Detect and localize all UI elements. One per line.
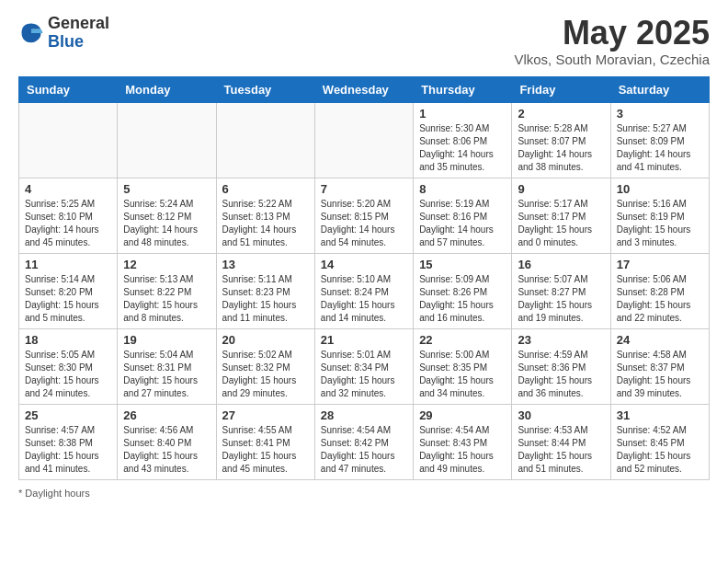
column-header-monday: Monday <box>118 76 216 102</box>
day-number: 15 <box>419 258 506 271</box>
day-info: Sunrise: 4:53 AM Sunset: 8:44 PM Dayligh… <box>518 424 604 476</box>
daylight-label: Daylight hours <box>25 488 89 499</box>
day-number: 19 <box>123 333 210 347</box>
day-info: Sunrise: 4:52 AM Sunset: 8:45 PM Dayligh… <box>617 424 703 476</box>
calendar-cell: 5Sunrise: 5:24 AM Sunset: 8:12 PM Daylig… <box>118 178 216 253</box>
day-number: 4 <box>25 182 111 196</box>
day-info: Sunrise: 4:59 AM Sunset: 8:36 PM Dayligh… <box>518 349 604 400</box>
calendar-week-4: 18Sunrise: 5:05 AM Sunset: 8:30 PM Dayli… <box>19 328 710 404</box>
day-number: 12 <box>123 258 210 271</box>
calendar-week-5: 25Sunrise: 4:57 AM Sunset: 8:38 PM Dayli… <box>19 404 710 479</box>
day-info: Sunrise: 5:17 AM Sunset: 8:17 PM Dayligh… <box>518 198 604 249</box>
day-number: 9 <box>518 182 604 196</box>
day-number: 26 <box>123 408 210 422</box>
logo: General Blue <box>18 15 109 52</box>
day-number: 29 <box>419 408 506 422</box>
calendar-cell: 18Sunrise: 5:05 AM Sunset: 8:30 PM Dayli… <box>19 328 118 404</box>
day-number: 2 <box>518 107 604 121</box>
calendar-cell: 15Sunrise: 5:09 AM Sunset: 8:26 PM Dayli… <box>414 253 512 328</box>
day-number: 16 <box>518 258 604 271</box>
day-number: 7 <box>321 182 407 196</box>
calendar-cell: 3Sunrise: 5:27 AM Sunset: 8:09 PM Daylig… <box>610 102 709 178</box>
calendar-cell: 9Sunrise: 5:17 AM Sunset: 8:17 PM Daylig… <box>512 178 610 253</box>
month-title: May 2025 <box>514 15 710 52</box>
calendar-cell: 1Sunrise: 5:30 AM Sunset: 8:06 PM Daylig… <box>414 102 512 178</box>
day-number: 5 <box>123 182 210 196</box>
day-info: Sunrise: 5:09 AM Sunset: 8:26 PM Dayligh… <box>419 273 506 325</box>
calendar-cell: 16Sunrise: 5:07 AM Sunset: 8:27 PM Dayli… <box>512 253 610 328</box>
day-info: Sunrise: 5:02 AM Sunset: 8:32 PM Dayligh… <box>222 349 309 400</box>
calendar-cell: 21Sunrise: 5:01 AM Sunset: 8:34 PM Dayli… <box>314 328 413 404</box>
calendar-cell: 26Sunrise: 4:56 AM Sunset: 8:40 PM Dayli… <box>118 404 216 479</box>
location-subtitle: Vlkos, South Moravian, Czechia <box>514 52 710 67</box>
column-header-thursday: Thursday <box>414 76 512 102</box>
day-info: Sunrise: 5:22 AM Sunset: 8:13 PM Dayligh… <box>222 198 309 249</box>
day-number: 13 <box>222 258 309 271</box>
day-info: Sunrise: 4:57 AM Sunset: 8:38 PM Dayligh… <box>25 424 111 476</box>
calendar-cell: 7Sunrise: 5:20 AM Sunset: 8:15 PM Daylig… <box>314 178 413 253</box>
day-info: Sunrise: 4:54 AM Sunset: 8:42 PM Dayligh… <box>321 424 407 476</box>
calendar-cell: 24Sunrise: 4:58 AM Sunset: 8:37 PM Dayli… <box>610 328 709 404</box>
calendar-week-1: 1Sunrise: 5:30 AM Sunset: 8:06 PM Daylig… <box>19 102 710 178</box>
day-number: 14 <box>321 258 407 271</box>
day-info: Sunrise: 5:20 AM Sunset: 8:15 PM Dayligh… <box>321 198 407 249</box>
day-number: 1 <box>419 107 506 121</box>
calendar-cell <box>314 102 413 178</box>
day-number: 3 <box>617 107 703 121</box>
calendar-header-row: SundayMondayTuesdayWednesdayThursdayFrid… <box>19 76 710 102</box>
calendar-cell <box>216 102 314 178</box>
day-info: Sunrise: 5:24 AM Sunset: 8:12 PM Dayligh… <box>123 198 210 249</box>
calendar-cell: 4Sunrise: 5:25 AM Sunset: 8:10 PM Daylig… <box>19 178 118 253</box>
day-number: 30 <box>518 408 604 422</box>
day-number: 23 <box>518 333 604 347</box>
day-number: 17 <box>617 258 703 271</box>
column-header-sunday: Sunday <box>19 76 118 102</box>
calendar-cell: 20Sunrise: 5:02 AM Sunset: 8:32 PM Dayli… <box>216 328 314 404</box>
day-info: Sunrise: 5:00 AM Sunset: 8:35 PM Dayligh… <box>419 349 506 400</box>
day-number: 31 <box>617 408 703 422</box>
calendar-cell: 2Sunrise: 5:28 AM Sunset: 8:07 PM Daylig… <box>512 102 610 178</box>
day-info: Sunrise: 5:07 AM Sunset: 8:27 PM Dayligh… <box>518 273 604 325</box>
day-info: Sunrise: 5:25 AM Sunset: 8:10 PM Dayligh… <box>25 198 111 249</box>
day-number: 18 <box>25 333 111 347</box>
day-info: Sunrise: 5:01 AM Sunset: 8:34 PM Dayligh… <box>321 349 407 400</box>
logo-general: General <box>48 14 109 32</box>
day-info: Sunrise: 5:13 AM Sunset: 8:22 PM Dayligh… <box>123 273 210 325</box>
calendar-cell: 23Sunrise: 4:59 AM Sunset: 8:36 PM Dayli… <box>512 328 610 404</box>
day-number: 25 <box>25 408 111 422</box>
day-info: Sunrise: 5:28 AM Sunset: 8:07 PM Dayligh… <box>518 122 604 174</box>
day-number: 20 <box>222 333 309 347</box>
day-info: Sunrise: 5:11 AM Sunset: 8:23 PM Dayligh… <box>222 273 309 325</box>
calendar-cell: 22Sunrise: 5:00 AM Sunset: 8:35 PM Dayli… <box>414 328 512 404</box>
day-number: 22 <box>419 333 506 347</box>
day-info: Sunrise: 5:10 AM Sunset: 8:24 PM Dayligh… <box>321 273 407 325</box>
day-info: Sunrise: 4:56 AM Sunset: 8:40 PM Dayligh… <box>123 424 210 476</box>
calendar-cell: 13Sunrise: 5:11 AM Sunset: 8:23 PM Dayli… <box>216 253 314 328</box>
day-info: Sunrise: 5:30 AM Sunset: 8:06 PM Dayligh… <box>419 122 506 174</box>
day-number: 24 <box>617 333 703 347</box>
logo-icon <box>18 20 44 46</box>
calendar-cell <box>19 102 118 178</box>
day-number: 10 <box>617 182 703 196</box>
calendar-cell: 14Sunrise: 5:10 AM Sunset: 8:24 PM Dayli… <box>314 253 413 328</box>
column-header-saturday: Saturday <box>610 76 709 102</box>
day-number: 27 <box>222 408 309 422</box>
column-header-tuesday: Tuesday <box>216 76 314 102</box>
calendar-cell: 25Sunrise: 4:57 AM Sunset: 8:38 PM Dayli… <box>19 404 118 479</box>
calendar-cell: 19Sunrise: 5:04 AM Sunset: 8:31 PM Dayli… <box>118 328 216 404</box>
calendar-cell <box>118 102 216 178</box>
calendar-table: SundayMondayTuesdayWednesdayThursdayFrid… <box>18 76 710 480</box>
title-section: May 2025 Vlkos, South Moravian, Czechia <box>514 15 710 67</box>
calendar-cell: 12Sunrise: 5:13 AM Sunset: 8:22 PM Dayli… <box>118 253 216 328</box>
day-info: Sunrise: 5:06 AM Sunset: 8:28 PM Dayligh… <box>617 273 703 325</box>
calendar-week-3: 11Sunrise: 5:14 AM Sunset: 8:20 PM Dayli… <box>19 253 710 328</box>
day-info: Sunrise: 5:19 AM Sunset: 8:16 PM Dayligh… <box>419 198 506 249</box>
day-info: Sunrise: 5:16 AM Sunset: 8:19 PM Dayligh… <box>617 198 703 249</box>
day-info: Sunrise: 5:04 AM Sunset: 8:31 PM Dayligh… <box>123 349 210 400</box>
day-info: Sunrise: 5:27 AM Sunset: 8:09 PM Dayligh… <box>617 122 703 174</box>
calendar-cell: 10Sunrise: 5:16 AM Sunset: 8:19 PM Dayli… <box>610 178 709 253</box>
calendar-cell: 11Sunrise: 5:14 AM Sunset: 8:20 PM Dayli… <box>19 253 118 328</box>
day-info: Sunrise: 4:58 AM Sunset: 8:37 PM Dayligh… <box>617 349 703 400</box>
day-info: Sunrise: 4:55 AM Sunset: 8:41 PM Dayligh… <box>222 424 309 476</box>
calendar-cell: 29Sunrise: 4:54 AM Sunset: 8:43 PM Dayli… <box>414 404 512 479</box>
